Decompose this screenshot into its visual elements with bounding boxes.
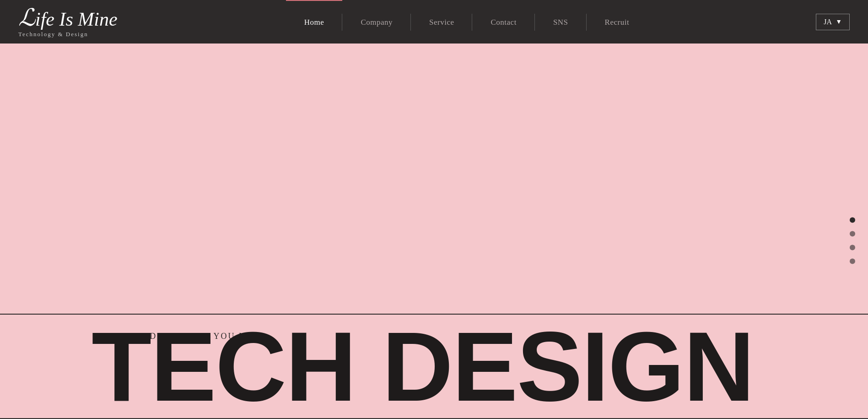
hero-big-text-wrapper: TECH DESIGN (0, 314, 868, 419)
slide-dot-4[interactable] (850, 258, 855, 264)
nav-item-contact[interactable]: Contact (472, 0, 534, 44)
lang-label: JA (824, 18, 832, 26)
logo-brand-text: ife Is Mine (35, 9, 118, 30)
chevron-down-icon: ▼ (836, 18, 842, 26)
header: ℒife Is Mine Technology & Design Home Co… (0, 0, 868, 44)
slide-dot-3[interactable] (850, 245, 855, 250)
slide-dot-1[interactable] (850, 217, 855, 223)
logo-script-letter: ℒ (18, 5, 35, 31)
nav-item-service[interactable]: Service (411, 0, 472, 44)
logo-tagline: Technology & Design (18, 31, 118, 38)
main-nav: Home Company Service Contact SNS Recruit (118, 0, 816, 44)
nav-item-recruit[interactable]: Recruit (587, 0, 648, 44)
nav-item-home[interactable]: Home (286, 0, 343, 44)
logo-brand-name: ℒife Is Mine (18, 6, 118, 30)
nav-item-sns[interactable]: SNS (535, 0, 587, 44)
language-selector[interactable]: JA ▼ (816, 14, 850, 30)
nav-item-company[interactable]: Company (342, 0, 411, 44)
hero-section: WHAT WE DO IS WHAT YOU NEED TECH DESIGN (0, 44, 868, 419)
hero-big-text: TECH DESIGN (0, 317, 754, 416)
logo[interactable]: ℒife Is Mine Technology & Design (18, 6, 118, 38)
slide-dots (850, 217, 855, 264)
slide-dot-2[interactable] (850, 231, 855, 236)
